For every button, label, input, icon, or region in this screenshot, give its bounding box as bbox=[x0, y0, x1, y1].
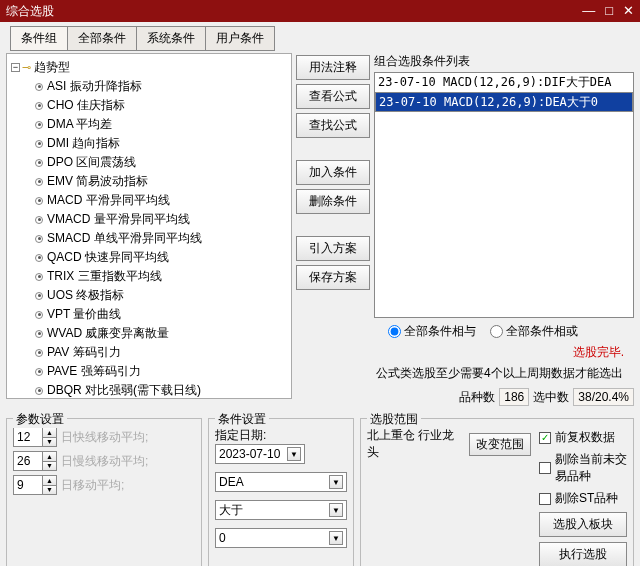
tree-item[interactable]: DMA 平均差 bbox=[9, 115, 289, 134]
tree-item[interactable]: VPT 量价曲线 bbox=[9, 305, 289, 324]
checkbox-remove-inactive[interactable]: 剔除当前未交易品种 bbox=[539, 451, 627, 485]
checkbox-fq[interactable]: ✓前复权数据 bbox=[539, 429, 627, 446]
condition-list[interactable]: 23-07-10 MACD(12,26,9):DIF大于DEA23-07-10 … bbox=[374, 72, 634, 318]
node-icon bbox=[35, 292, 43, 300]
tree-item[interactable]: CHO 佳庆指标 bbox=[9, 96, 289, 115]
node-icon bbox=[35, 121, 43, 129]
node-icon bbox=[35, 197, 43, 205]
tree-item[interactable]: EMV 简易波动指标 bbox=[9, 172, 289, 191]
selected-value: 38/20.4% bbox=[573, 388, 634, 406]
node-icon bbox=[35, 159, 43, 167]
range-tags: 北上重仓 行业龙头 bbox=[367, 427, 463, 461]
maximize-button[interactable]: □ bbox=[605, 0, 613, 22]
status-text: 选股完毕. bbox=[374, 342, 634, 361]
date-select[interactable]: 2023-07-10▼ bbox=[215, 444, 305, 464]
node-icon bbox=[35, 83, 43, 91]
node-icon bbox=[35, 330, 43, 338]
add-to-block-button[interactable]: 选股入板块 bbox=[539, 512, 627, 537]
node-icon bbox=[35, 235, 43, 243]
param-label: 日移动平均; bbox=[61, 477, 124, 494]
param-spinner-2[interactable]: ▲▼ bbox=[13, 475, 57, 495]
spin-down-icon[interactable]: ▼ bbox=[43, 462, 56, 471]
node-icon bbox=[35, 216, 43, 224]
find-formula-button[interactable]: 查找公式 bbox=[296, 113, 370, 138]
tree-item[interactable]: TRIX 三重指数平均线 bbox=[9, 267, 289, 286]
tree-item[interactable]: QACD 快速异同平均线 bbox=[9, 248, 289, 267]
cond-group-label: 条件设置 bbox=[215, 411, 269, 428]
minimize-button[interactable]: — bbox=[582, 0, 595, 22]
node-icon bbox=[35, 273, 43, 281]
tab-2[interactable]: 系统条件 bbox=[136, 26, 206, 51]
tree-item[interactable]: VMACD 量平滑异同平均线 bbox=[9, 210, 289, 229]
hint-text: 公式类选股至少需要4个以上周期数据才能选出 bbox=[374, 361, 634, 386]
change-range-button[interactable]: 改变范围 bbox=[469, 433, 531, 456]
add-condition-button[interactable]: 加入条件 bbox=[296, 160, 370, 185]
count-value: 186 bbox=[499, 388, 529, 406]
tree-item[interactable]: PAVE 强筹码引力 bbox=[9, 362, 289, 381]
tree-item[interactable]: DBQR 对比强弱(需下载日线) bbox=[9, 381, 289, 399]
checkbox-remove-st[interactable]: 剔除ST品种 bbox=[539, 490, 627, 507]
spin-up-icon[interactable]: ▲ bbox=[43, 452, 56, 462]
node-icon bbox=[35, 349, 43, 357]
condition-row[interactable]: 23-07-10 MACD(12,26,9):DEA大于0 bbox=[375, 92, 633, 112]
chevron-down-icon: ▼ bbox=[329, 503, 343, 517]
execute-button[interactable]: 执行选股 bbox=[539, 542, 627, 566]
tab-3[interactable]: 用户条件 bbox=[205, 26, 275, 51]
node-icon bbox=[35, 311, 43, 319]
condition-tree[interactable]: −⊸趋势型ASI 振动升降指标CHO 佳庆指标DMA 平均差DMI 趋向指标DP… bbox=[6, 53, 292, 399]
import-plan-button[interactable]: 引入方案 bbox=[296, 236, 370, 261]
collapse-icon[interactable]: − bbox=[11, 63, 20, 72]
condition-row[interactable]: 23-07-10 MACD(12,26,9):DIF大于DEA bbox=[375, 73, 633, 92]
spin-up-icon[interactable]: ▲ bbox=[43, 428, 56, 438]
tree-item[interactable]: MACD 平滑异同平均线 bbox=[9, 191, 289, 210]
node-icon bbox=[35, 368, 43, 376]
selected-label: 选中数 bbox=[533, 389, 569, 406]
count-label: 品种数 bbox=[459, 389, 495, 406]
param-label: 日快线移动平均; bbox=[61, 429, 148, 446]
tree-item[interactable]: SMACD 单线平滑异同平均线 bbox=[9, 229, 289, 248]
key-icon: ⊸ bbox=[22, 61, 31, 74]
tree-item[interactable]: UOS 终极指标 bbox=[9, 286, 289, 305]
tree-item[interactable]: ASI 振动升降指标 bbox=[9, 77, 289, 96]
value-select[interactable]: 0▼ bbox=[215, 528, 347, 548]
tree-item[interactable]: DMI 趋向指标 bbox=[9, 134, 289, 153]
tree-item[interactable]: PAV 筹码引力 bbox=[9, 343, 289, 362]
view-formula-button[interactable]: 查看公式 bbox=[296, 84, 370, 109]
param-spinner-0[interactable]: ▲▼ bbox=[13, 427, 57, 447]
close-button[interactable]: ✕ bbox=[623, 0, 634, 22]
radio-and[interactable]: 全部条件相与 bbox=[388, 323, 476, 340]
field-select[interactable]: DEA▼ bbox=[215, 472, 347, 492]
radio-or[interactable]: 全部条件相或 bbox=[490, 323, 578, 340]
spin-down-icon[interactable]: ▼ bbox=[43, 486, 56, 495]
tab-0[interactable]: 条件组 bbox=[10, 26, 68, 51]
tree-item[interactable]: WVAD 威廉变异离散量 bbox=[9, 324, 289, 343]
tab-1[interactable]: 全部条件 bbox=[67, 26, 137, 51]
condition-list-label: 组合选股条件列表 bbox=[374, 53, 634, 70]
tree-item[interactable]: DPO 区间震荡线 bbox=[9, 153, 289, 172]
param-spinner-1[interactable]: ▲▼ bbox=[13, 451, 57, 471]
param-label: 日慢线移动平均; bbox=[61, 453, 148, 470]
chevron-down-icon: ▼ bbox=[329, 475, 343, 489]
node-icon bbox=[35, 140, 43, 148]
chevron-down-icon: ▼ bbox=[287, 447, 301, 461]
usage-notes-button[interactable]: 用法注释 bbox=[296, 55, 370, 80]
window-title: 综合选股 bbox=[6, 0, 54, 22]
save-plan-button[interactable]: 保存方案 bbox=[296, 265, 370, 290]
spin-up-icon[interactable]: ▲ bbox=[43, 476, 56, 486]
node-icon bbox=[35, 102, 43, 110]
range-group-label: 选股范围 bbox=[367, 411, 421, 428]
date-label: 指定日期: bbox=[215, 428, 266, 442]
param-group-label: 参数设置 bbox=[13, 411, 67, 428]
node-icon bbox=[35, 178, 43, 186]
node-icon bbox=[35, 254, 43, 262]
spin-down-icon[interactable]: ▼ bbox=[43, 438, 56, 447]
chevron-down-icon: ▼ bbox=[329, 531, 343, 545]
remove-condition-button[interactable]: 删除条件 bbox=[296, 189, 370, 214]
operator-select[interactable]: 大于▼ bbox=[215, 500, 347, 520]
node-icon bbox=[35, 387, 43, 395]
